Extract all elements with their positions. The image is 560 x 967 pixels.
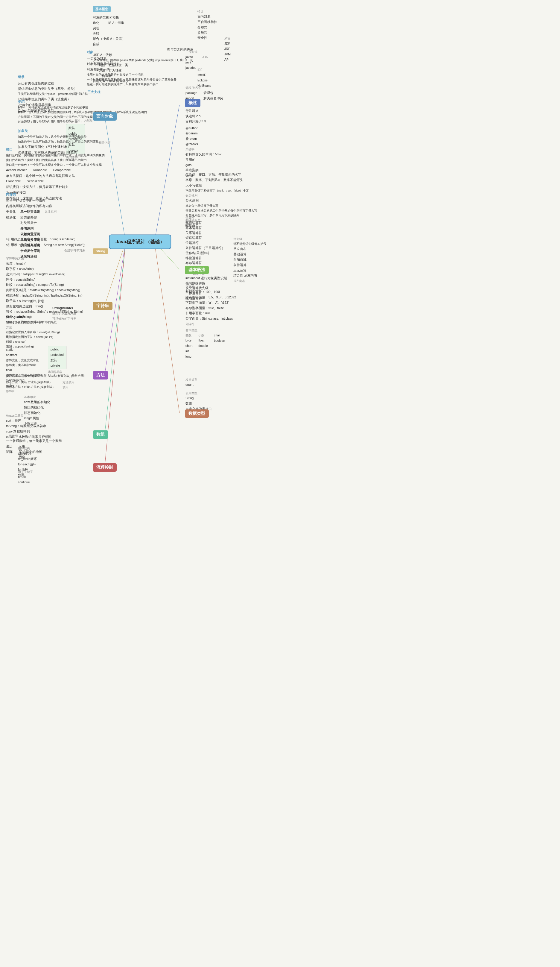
string-creation: s引用静态区的字符串字面量 String s = "Hello"; s引用堆上的…	[6, 236, 85, 253]
leaf-oo-aggregate: 聚合（HAS-A：关联）	[93, 36, 193, 41]
interface-examples2: Cloneable Serializable	[6, 178, 105, 184]
sm-startend: 判断开头/结尾：startsWith(String) / endsWith(St…	[6, 288, 83, 293]
op-bool: 布尔运算符	[186, 261, 227, 266]
da-author: @author	[186, 126, 206, 131]
ps-manage: 管理包	[203, 91, 223, 96]
loop-dowhile: do_while循环	[18, 456, 37, 462]
interface-examples: ActionListener Runnable Comparable	[6, 167, 105, 173]
datatype-title: 数据类型	[188, 411, 205, 416]
arr-new: new 数组的初始化	[24, 399, 50, 405]
sm-indexof: 模式匹配：indexOf(String, int) / lastIndexOf(…	[6, 293, 83, 299]
arr2d-iter: 遍历	[6, 444, 13, 449]
jdk-label: JDK	[202, 54, 208, 59]
sk-count: 有特殊含义的单词：50-2	[186, 152, 221, 157]
abstract-title: 抽象类	[18, 128, 99, 134]
op-arith: 算术运算符	[186, 225, 227, 231]
leaf-obj-1: 一切皆为对象	[87, 56, 176, 61]
dp-composite: 对类可复合	[20, 220, 40, 226]
dp-key: 始类是关键	[20, 215, 40, 220]
svg-line-3	[105, 242, 126, 434]
lit-int: 整型字面量：100、100L	[186, 289, 236, 295]
leaf-oo-is-a: IS-A：继承	[108, 20, 124, 26]
pt-short: short	[186, 343, 192, 349]
ma-default: 默认	[51, 358, 64, 363]
leaf-oo-impl: 实现	[93, 26, 193, 31]
leaf-oo-relate: 关联	[93, 31, 193, 36]
da-throws: @throws	[186, 142, 206, 147]
leaf-obj-4: 滥用对象的方法就是给对象发送了一个消息	[87, 73, 176, 77]
sdk-jvm: JVM	[224, 52, 231, 57]
leaf-inh-2: 提供继承信息的类叫父类（基类、超类）	[18, 86, 88, 92]
pt-int: int	[186, 349, 192, 354]
nr-class-desc: 类名每个单词首字母大写	[186, 203, 257, 208]
pt-int-label: 整数	[186, 333, 192, 338]
sdk-api: API	[224, 57, 231, 63]
sm-charat: 取字符：charAt(int)	[6, 266, 83, 272]
mm-abstract: abstract	[6, 353, 42, 358]
dp-srp: 单一职责原则	[20, 209, 40, 215]
leaf-int-single: 单方法接口：这个唯一的方法通常都是回调方法	[6, 173, 105, 179]
sbuf-label: StringBuffer	[6, 314, 60, 320]
ps-label: 源程序结构	[186, 85, 223, 91]
method-title: 方法	[96, 373, 105, 378]
flow-title: 流程控制	[96, 465, 113, 470]
separator-label: 分隔符	[186, 322, 236, 327]
pt-decimal-label: 小数	[198, 333, 208, 338]
op-assign: 赋值运算符	[186, 220, 227, 225]
string-title: 字符串	[96, 303, 109, 308]
leaf-oo-1: 对象的范围和模板	[93, 15, 193, 20]
rt-label: 引用类型	[186, 391, 212, 396]
op-instanceof: instanceof 进行对象类型识别	[186, 276, 227, 281]
pt-long: long	[186, 354, 192, 360]
array-basic-label: 基本用法	[24, 394, 50, 399]
leaf-int-runnable: Runnable	[33, 167, 47, 173]
sbuf-delete: 删除指定范围的字符：delete(int, int)	[6, 335, 60, 339]
leaf-int-actionlistener: ActionListener	[6, 167, 27, 173]
dp-spec: 专业化	[6, 209, 16, 215]
lit-char: 字符型字面量：'a'、'A'、'\123'	[186, 300, 236, 305]
leaf-int-2: 接口代表能力：实现了接口的类具具备了接口所暴露出的能力	[6, 158, 105, 163]
branch-datatype: 数据类型	[185, 409, 209, 418]
ma-public: public	[51, 347, 64, 352]
sub-basic-concept: 基本概念	[93, 6, 111, 12]
mm-static: static	[6, 347, 42, 353]
rt-string: String	[186, 396, 212, 401]
lit-class: 类字面量：String.class、int.class	[186, 316, 236, 322]
oo-title: 面向对象	[96, 114, 113, 119]
leaf-oo-iter: 迭化	[93, 20, 99, 26]
related-label: 相关内容	[99, 141, 111, 145]
arr2d-desc: 一个普通数组，每个元素又是一个数组	[6, 439, 62, 444]
op-bit: 位运算符	[186, 240, 227, 246]
center-label: Java程序设计（基础）	[115, 239, 165, 244]
basic-concept-label: 基本概念	[95, 7, 108, 11]
lit-null: 引用字面量：null	[186, 311, 236, 316]
dp-open: 开闭原则	[20, 226, 40, 231]
pt-groups: 整数 byte short int long 小数 float double c…	[186, 333, 225, 359]
pri-cond: 条件运算	[233, 262, 266, 268]
sdk-terms: 术语 JDK JRE JVM API	[224, 36, 231, 62]
lit-bool: 布尔型字面量：true、false	[186, 305, 236, 311]
leaf-obj-2: 对象都拥有属性和行为	[87, 61, 176, 67]
pt-float: float	[198, 338, 208, 343]
flow-branch-section: 分支结构 if_else	[18, 482, 30, 484]
id-rule2: 大小写敏感	[186, 183, 257, 188]
design-section-label: 设计原则	[44, 209, 56, 214]
ide-label: IDE	[198, 67, 211, 73]
method-desc-section: [访问修饰符] [修饰符] 返回类型 方法名(参数列表) [异常声明] 静态方法…	[6, 373, 85, 390]
leaf-int-1: 接口是约定：实现接口的类必须重写接口中的方法，否则就是声明为抽象类	[6, 153, 105, 158]
nr-class: 类名规则	[186, 198, 257, 203]
mm-final: final	[6, 368, 42, 373]
ma-private: private	[51, 363, 64, 368]
leaf-abs-2: 抽象类中可以没有抽象方法，抽象类也可以有自己的实例变量	[18, 139, 99, 144]
pri-basic: 基础运算	[233, 252, 266, 257]
op-shift: 移位运算符	[186, 256, 227, 261]
id-label: 标识符	[186, 167, 257, 172]
array-2d-label: 二维数组	[6, 433, 62, 439]
feat-cross: 平台可移植性	[198, 20, 217, 25]
branch-oo: 面向对象	[93, 112, 117, 120]
inherit-title: 继承	[18, 74, 88, 80]
sk-common: 常用的	[186, 157, 199, 163]
pri-ternary: 三元运算	[233, 268, 266, 273]
sdk-jdk: JDK	[224, 41, 231, 46]
ide-intellij: IntelliJ	[198, 73, 211, 78]
